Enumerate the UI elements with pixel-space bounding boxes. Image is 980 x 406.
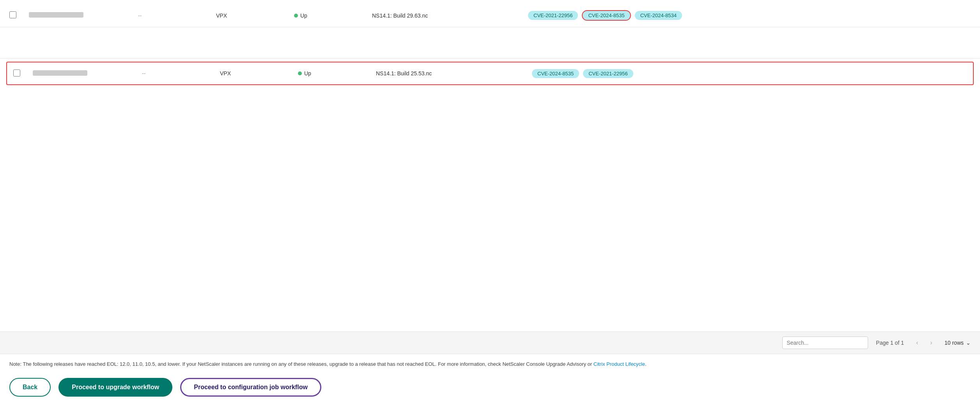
page-info: Page 1 of 1	[876, 340, 904, 346]
blurred-name-2	[33, 70, 87, 76]
row-checkbox-col	[9, 11, 29, 20]
upgrade-workflow-button[interactable]: Proceed to upgrade workflow	[58, 378, 172, 397]
status-dot-1	[294, 14, 298, 18]
row-1-cve-2[interactable]: CVE-2024-8534	[635, 11, 682, 20]
row-1-name	[29, 12, 138, 19]
row-checkbox-col-2	[13, 69, 33, 78]
table-row-highlighted: -- VPX Up NS14.1: Build 25.53.nc CVE-202…	[6, 62, 974, 85]
pagination-nav: ‹ ›	[912, 337, 937, 348]
spacer-1	[0, 27, 980, 59]
chevron-down-icon: ⌄	[966, 340, 971, 346]
lifecycle-link[interactable]: Citrix Product Lifecycle	[594, 361, 645, 367]
table-row: -- VPX Up NS14.1: Build 29.63.nc CVE-202…	[0, 4, 980, 27]
row-1-cve-0[interactable]: CVE-2021-22956	[528, 11, 578, 20]
row-2-checkbox[interactable]	[13, 69, 20, 77]
status-dot-2	[298, 71, 302, 75]
row-2-cves: CVE-2024-8535 CVE-2021-22956	[532, 69, 967, 78]
row-2-build: NS14.1: Build 25.53.nc	[376, 70, 532, 77]
footer-note-text: Note: The following releases have reache…	[9, 361, 594, 367]
row-1-type: VPX	[216, 12, 294, 19]
row-2-cve-1[interactable]: CVE-2021-22956	[583, 69, 633, 78]
footer-note-end: .	[645, 361, 647, 367]
row-2-dash: --	[142, 70, 220, 77]
spacer-2	[0, 88, 980, 166]
row-2-status: Up	[298, 70, 376, 77]
row-2-type: VPX	[220, 70, 298, 77]
search-input[interactable]	[782, 337, 868, 349]
row-1-cves: CVE-2021-22956 CVE-2024-8535 CVE-2024-85…	[528, 10, 971, 21]
row-1-status: Up	[294, 12, 372, 19]
next-page-arrow[interactable]: ›	[926, 337, 937, 348]
row-1-checkbox[interactable]	[9, 11, 16, 18]
rows-label: 10 rows	[945, 340, 964, 346]
table-section: -- VPX Up NS14.1: Build 29.63.nc CVE-202…	[0, 0, 980, 331]
rows-selector[interactable]: 10 rows ⌄	[945, 340, 971, 346]
row-2-name	[33, 70, 142, 77]
row-2-cve-0[interactable]: CVE-2024-8535	[532, 69, 579, 78]
page-wrapper: -- VPX Up NS14.1: Build 29.63.nc CVE-202…	[0, 0, 980, 406]
blurred-name-1	[29, 12, 83, 18]
row-1-build: NS14.1: Build 29.63.nc	[372, 12, 528, 19]
footer-note: Note: The following releases have reache…	[0, 354, 702, 372]
back-button[interactable]: Back	[9, 378, 51, 397]
row-1-status-label: Up	[300, 12, 307, 19]
row-2-status-label: Up	[304, 70, 311, 77]
prev-page-arrow[interactable]: ‹	[912, 337, 923, 348]
row-1-cve-1[interactable]: CVE-2024-8535	[582, 10, 631, 21]
row-1-dash: --	[138, 12, 216, 19]
footer-actions: Back Proceed to upgrade workflow Proceed…	[0, 372, 980, 406]
pagination-bar: Page 1 of 1 ‹ › 10 rows ⌄	[0, 331, 980, 354]
config-job-workflow-button[interactable]: Proceed to configuration job workflow	[180, 378, 321, 397]
